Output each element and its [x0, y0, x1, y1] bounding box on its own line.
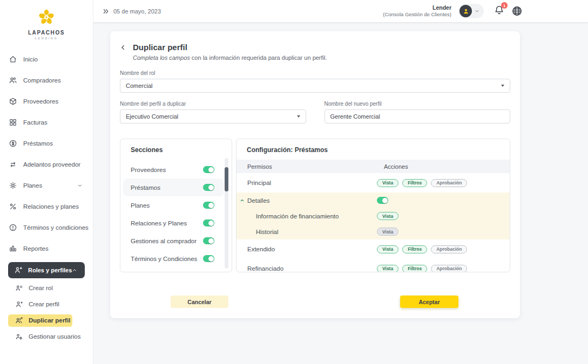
sections-scrollbar-track[interactable] [225, 158, 228, 269]
user-role: (Consola Gestión de Clientes) [383, 11, 451, 18]
sidebar-item-adelantos-proveedor[interactable]: Adelantos proveedor [0, 154, 93, 175]
chevron-left-icon [120, 44, 126, 51]
new-profile-label: Nombre del nuevo perfil [325, 101, 511, 107]
action-chip-vista[interactable]: Vista [377, 228, 398, 236]
action-chip-filtros[interactable]: Filtros [402, 265, 427, 273]
user-duplicate-icon [15, 317, 23, 325]
action-chip-aprobacion[interactable]: Aprobación [431, 245, 467, 253]
user-info: Lender (Consola Gestión de Clientes) [383, 4, 451, 18]
bar-chart-icon [9, 244, 17, 253]
permission-toggle-detalles[interactable] [377, 197, 388, 204]
role-select[interactable]: Comercial [120, 79, 510, 93]
source-profile-select[interactable]: Ejecutivo Comercial [120, 109, 306, 123]
sidebar-item-label: Proveedores [23, 98, 58, 105]
language-button[interactable] [511, 5, 523, 17]
sidebar-item-prestamos[interactable]: Préstamos [0, 133, 93, 154]
section-toggle-gestiones-al-comprador[interactable] [203, 237, 214, 244]
action-chip-filtros[interactable]: Filtros [402, 245, 427, 253]
sidebar-subitem-duplicar-perfil[interactable]: Duplicar perfil [8, 314, 72, 327]
permission-row-extendido: ExtendidoVistaFiltrosAprobación [236, 239, 510, 259]
section-row-terminos-y-condiciones[interactable]: Términos y Condiciones [123, 250, 224, 267]
sidebar-nav: InicioCompradoresProveedoresFacturasPrés… [0, 49, 93, 343]
sidebar-item-label: Adelantos proveedor [23, 161, 80, 168]
sidebar-item-label: Roles y perfiles [28, 267, 72, 273]
page-subtitle-rest: con la información requerida para duplic… [190, 54, 327, 61]
gear-icon [9, 181, 17, 190]
sidebar-subitem-gestionar-usuarios[interactable]: Gestionar usuarios [8, 331, 85, 343]
section-toggle-prestamos[interactable] [203, 184, 214, 191]
action-chips: Vista [377, 228, 402, 236]
sidebar-subitem-label: Crear rol [29, 285, 53, 291]
action-chip-vista[interactable]: Vista [377, 245, 398, 253]
new-profile-input[interactable] [325, 109, 511, 123]
permission-label: Historial [256, 229, 377, 235]
sections-panel: Secciones ProveedoresPréstamosPlanesRela… [120, 139, 232, 272]
sidebar-item-planes[interactable]: Planes [0, 175, 93, 196]
chevron-down-icon [77, 183, 83, 188]
role-field: Nombre del rol Comercial [120, 70, 510, 93]
sidebar-subitem-crear-rol[interactable]: Crear rol [8, 282, 85, 294]
sidebar-item-label: Reportes [23, 245, 49, 252]
sidebar-item-facturas[interactable]: Facturas [0, 112, 93, 133]
permission-group-detalles: DetallesInformación de financiamientoVis… [236, 193, 510, 239]
section-label: Planes [131, 202, 150, 209]
section-row-reportes[interactable]: Reportes [123, 267, 224, 272]
action-chip-aprobacion[interactable]: Aprobación [431, 265, 467, 273]
action-chip-aprobacion[interactable]: Aprobación [431, 179, 467, 187]
person-icon [462, 8, 470, 15]
box-icon [9, 97, 17, 106]
permission-label: Extendido [247, 246, 377, 252]
accept-button[interactable]: Aceptar [400, 296, 458, 308]
user-menu-button[interactable] [458, 4, 484, 18]
source-profile-select-value: Ejecutivo Comercial [126, 113, 178, 120]
page-header-text: Duplicar perfil Completa los campos con … [126, 43, 327, 61]
sidebar-subitem-label: Crear perfil [29, 301, 59, 307]
percent-icon [9, 202, 17, 211]
chevron-down-icon [297, 115, 300, 118]
notifications-button[interactable]: 1 [494, 5, 504, 17]
config-panel: Configuración: Préstamos Permisos Accion… [236, 139, 510, 272]
sidebar-item-relaciones-y-planes[interactable]: Relaciones y planes [0, 196, 93, 217]
section-row-planes[interactable]: Planes [123, 196, 224, 214]
home-icon [9, 55, 17, 64]
sidebar-item-compradores[interactable]: Compradores [0, 70, 93, 91]
config-rows: PrincipalVistaFiltrosAprobaciónDetallesI… [236, 173, 510, 272]
sidebar-item-inicio[interactable]: Inicio [0, 49, 93, 70]
sidebar-item-proveedores[interactable]: Proveedores [0, 91, 93, 112]
brand-logo: LAPACHOS LENDING [0, 0, 93, 40]
chevrons-right-icon[interactable] [103, 8, 109, 15]
section-toggle-terminos-y-condiciones[interactable] [203, 255, 214, 262]
action-chip-filtros[interactable]: Filtros [402, 179, 427, 187]
permission-label: Detalles [247, 197, 377, 204]
section-row-relaciones-y-planes[interactable]: Relaciones y Planes [123, 214, 224, 232]
permission-row-detalles[interactable]: Detalles [236, 193, 510, 208]
sidebar-item-roles-y-perfiles[interactable]: Roles y perfiles [8, 262, 85, 278]
section-toggle-proveedores[interactable] [203, 166, 214, 173]
action-chip-vista[interactable]: Vista [377, 212, 398, 220]
sidebar-subitem-label: Duplicar perfil [29, 317, 70, 324]
sidebar-item-reportes[interactable]: Reportes [0, 238, 93, 259]
action-chip-vista[interactable]: Vista [377, 179, 398, 187]
permissions-column-header: Permisos [247, 163, 384, 170]
user-plus-icon [14, 266, 23, 274]
topbar-date: 05 de mayo, 2023 [113, 8, 161, 15]
cancel-button[interactable]: Cancelar [171, 296, 228, 308]
section-toggle-relaciones-y-planes[interactable] [203, 219, 214, 226]
permission-label: Información de financiamiento [256, 213, 377, 219]
config-panel-title: Configuración: Préstamos [247, 146, 510, 154]
sidebar-item-label: Términos y condiciones [23, 224, 89, 231]
section-toggle-planes[interactable] [203, 202, 214, 209]
dollar-icon [9, 139, 17, 148]
sections-scrollbar-thumb[interactable] [225, 167, 228, 191]
section-row-prestamos[interactable]: Préstamos [123, 178, 224, 196]
action-chips: Vista [377, 212, 402, 220]
action-chip-vista[interactable]: Vista [377, 265, 398, 273]
sidebar-item-terminos-y-condiciones[interactable]: Términos y condiciones [0, 217, 93, 238]
sidebar-item-label: Facturas [23, 119, 48, 126]
source-profile-label: Nombre del perfil a duplicar [120, 101, 306, 107]
back-button[interactable] [120, 44, 126, 51]
section-row-proveedores[interactable]: Proveedores [123, 161, 224, 178]
sidebar-subitem-crear-perfil[interactable]: Crear perfil [8, 298, 85, 311]
topbar: 05 de mayo, 2023 Lender (Consola Gestión… [93, 0, 588, 23]
section-row-gestiones-al-comprador[interactable]: Gestiones al comprador [123, 232, 224, 250]
